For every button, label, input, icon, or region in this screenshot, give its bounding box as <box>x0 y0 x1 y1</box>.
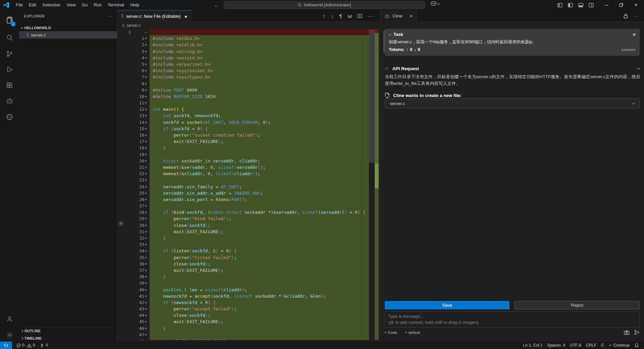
export-button[interactable]: EXPORT <box>622 48 636 52</box>
problems-indicator[interactable]: 0 0 <box>14 342 37 349</box>
code-line[interactable]: 6+#include <sys/socket.h> <box>117 67 369 74</box>
indentation[interactable]: Spaces: 4 <box>545 342 568 349</box>
code-line[interactable]: 47+ <box>117 332 369 338</box>
toggle-primary-sidebar-icon[interactable] <box>568 3 573 7</box>
menu-terminal[interactable]: Terminal <box>105 1 127 9</box>
code-line[interactable]: 5+#include <arpa/inet.h> <box>117 61 369 67</box>
code-line[interactable]: 3+#include <string.h> <box>117 48 369 55</box>
menu-file[interactable]: File <box>13 1 26 9</box>
map-view-icon[interactable]: ω <box>347 13 352 19</box>
ports-indicator[interactable]: 0 <box>37 342 50 349</box>
code-line[interactable]: 27+ <box>117 203 369 209</box>
code-line[interactable]: 35+ perror("listen failed"); <box>117 254 369 261</box>
close-icon[interactable]: × <box>410 13 413 19</box>
tab-cline[interactable]: Cline × <box>380 10 417 22</box>
code-line[interactable]: 18+ } <box>117 145 369 151</box>
code-line[interactable]: 14+ sockfd = socket(AF_INET, SOCK_STREAM… <box>117 119 369 126</box>
revert-change-icon[interactable]: ⟲ <box>118 221 123 226</box>
code-line[interactable]: 1– <box>117 29 369 35</box>
model-selector[interactable]: default <box>405 331 420 335</box>
code-line[interactable]: 12+int main() { <box>117 106 369 112</box>
close-button[interactable]: × <box>629 0 643 10</box>
command-center-search[interactable]: helloworld [Administrator] <box>224 1 425 9</box>
code-line[interactable]: 9+#define PORT 9090 <box>117 87 369 93</box>
menu-help[interactable]: Help <box>127 1 142 9</box>
cline-activity-icon[interactable] <box>0 93 19 108</box>
editor-scrollbar[interactable] <box>369 29 375 340</box>
code-line[interactable]: 38+ } <box>117 273 369 280</box>
code-line[interactable]: 15+ if (sockfd < 0) { <box>117 126 369 132</box>
more-actions-icon[interactable]: ··· <box>634 13 639 18</box>
code-line[interactable]: 42+ if (newsockfd < 0) { <box>117 299 369 306</box>
code-line[interactable]: 34+ if (listen(sockfd, 5) < 0) { <box>117 248 369 254</box>
toggle-panel-icon[interactable] <box>578 3 583 7</box>
timeline-section[interactable]: TIMELINE <box>19 334 117 342</box>
remote-indicator[interactable] <box>0 342 12 349</box>
previous-change-icon[interactable]: ↑ <box>323 13 325 19</box>
toggle-whitespace-icon[interactable]: ¶ <box>339 13 342 19</box>
lock-icon[interactable] <box>624 13 628 18</box>
code-line[interactable]: 20+ struct sockaddr_in servaddr, cliaddr… <box>117 158 369 164</box>
copilot-menu[interactable] <box>431 1 440 6</box>
breadcrumb[interactable]: C server.c <box>122 22 141 29</box>
code-line[interactable]: 2+#include <stdlib.h> <box>117 42 369 48</box>
code-line[interactable]: 39+ <box>117 280 369 286</box>
continue-extension[interactable]: ✓ Continue <box>606 342 632 349</box>
code-line[interactable]: 21+ memset(&servaddr, 0, sizeof(servaddr… <box>117 164 369 170</box>
search-activity-icon[interactable] <box>0 30 19 45</box>
send-icon[interactable] <box>634 330 640 335</box>
run-debug-activity-icon[interactable] <box>0 62 19 77</box>
next-change-icon[interactable]: ↓ <box>331 13 334 19</box>
code-line[interactable]: 11+ <box>117 100 369 106</box>
menu-view[interactable]: View <box>63 1 79 9</box>
code-line[interactable]: 23+ <box>117 177 369 183</box>
accounts-icon[interactable] <box>0 311 19 326</box>
eol-sequence[interactable]: CRLF <box>584 342 599 349</box>
menu-edit[interactable]: Edit <box>26 1 39 9</box>
code-line[interactable]: 30+ close(sockfd); <box>117 222 369 229</box>
notifications-bell[interactable] <box>632 342 641 349</box>
code-line[interactable]: 26+ servaddr.sin_port = htons(PORT); <box>117 196 369 203</box>
restore-button[interactable] <box>614 0 629 10</box>
code-line[interactable]: 33+ <box>117 241 369 248</box>
split-editor-icon[interactable] <box>358 14 362 18</box>
code-line[interactable]: 8+ <box>117 81 369 87</box>
source-control-activity-icon[interactable] <box>0 46 19 61</box>
outline-section[interactable]: OUTLINE <box>19 327 117 334</box>
folder-root-row[interactable]: HELLOWORLD <box>19 24 117 32</box>
code-line[interactable]: 32+ } <box>117 235 369 241</box>
explorer-activity-icon[interactable]: 1 <box>0 13 19 28</box>
code-line[interactable]: 44+ close(sockfd); <box>117 312 369 318</box>
code-line[interactable]: 1+#include <stdio.h> <box>117 35 369 42</box>
language-mode[interactable]: C <box>599 342 606 349</box>
toggle-secondary-sidebar-icon[interactable] <box>589 3 594 7</box>
tab-server-c[interactable]: C server.c: New File (Editable) ● <box>117 10 192 22</box>
file-row-server-c[interactable]: C server.c <box>19 31 117 39</box>
extensions-activity-icon[interactable] <box>0 78 19 93</box>
menu-run[interactable]: Run <box>91 1 105 9</box>
code-line[interactable]: 13+ int sockfd, newsockfd; <box>117 112 369 119</box>
code-line[interactable]: 16+ perror("socket creation failed"); <box>117 132 369 138</box>
code-line[interactable]: 48+ char buffer[BUFFER_SIZE]; <box>117 338 369 340</box>
mode-selector[interactable]: Code <box>385 331 397 335</box>
code-line[interactable]: 4+#include <unistd.h> <box>117 55 369 61</box>
code-line[interactable]: 29+ perror("bind failed"); <box>117 215 369 222</box>
cursor-position[interactable]: Ln 1, Col 1 <box>521 342 545 349</box>
modified-dot-icon[interactable]: ● <box>184 13 187 19</box>
minimize-button[interactable] <box>599 0 614 10</box>
more-actions-icon[interactable]: ··· <box>368 13 374 19</box>
camera-icon[interactable] <box>624 330 630 335</box>
views-more-actions-icon[interactable]: ··· <box>107 13 112 18</box>
code-line[interactable]: 28+ if (bind(sockfd, (const struct socka… <box>117 209 369 215</box>
code-line[interactable]: 7+#include <sys/types.h> <box>117 74 369 80</box>
chevron-down-icon[interactable] <box>637 66 640 70</box>
task-header[interactable]: Task × <box>389 32 636 37</box>
new-file-path-box[interactable]: server.c <box>385 98 640 108</box>
message-input[interactable]: Type a message... (@ to add context, hol… <box>385 311 640 328</box>
save-button[interactable]: Save <box>385 301 509 309</box>
customize-layout-icon[interactable] <box>557 3 562 7</box>
code-line[interactable]: 22+ memset(&cliaddr, 0, sizeof(cliaddr))… <box>117 170 369 177</box>
code-line[interactable]: 43+ perror("accept failed"); <box>117 306 369 312</box>
code-line[interactable]: 45+ exit(EXIT_FAILURE); <box>117 318 369 325</box>
code-line[interactable]: 41+ newsockfd = accept(sockfd, (struct s… <box>117 293 369 299</box>
